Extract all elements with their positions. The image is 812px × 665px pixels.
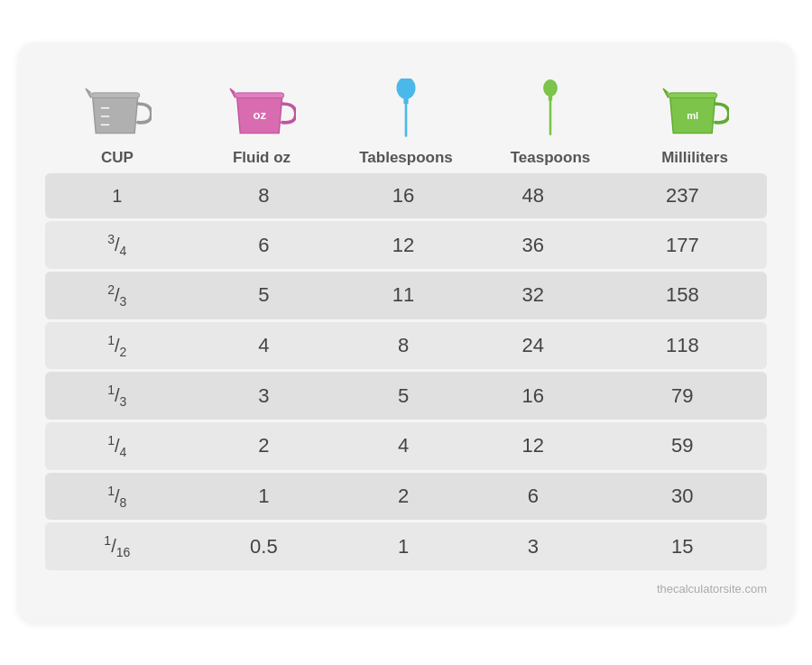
table-row: 1 8 16 48 237 xyxy=(45,173,767,218)
col-header-floz: oz Fluid oz xyxy=(189,60,334,167)
svg-point-6 xyxy=(397,79,416,99)
cell-tbsp: 2 xyxy=(338,473,468,521)
cell-floz: 4 xyxy=(189,322,339,370)
col-header-tsp: Teaspoons xyxy=(478,60,623,167)
tsp-label: Teaspoons xyxy=(511,149,590,167)
cell-ml: 30 xyxy=(598,473,767,521)
tbsp-icon-area xyxy=(389,60,423,142)
cell-ml: 15 xyxy=(598,522,767,570)
cell-ml: 158 xyxy=(598,272,767,319)
svg-rect-12 xyxy=(668,93,716,98)
cell-tbsp: 1 xyxy=(338,522,468,570)
watermark: thecalculatorsite.com xyxy=(45,582,767,596)
conversion-card: CUP oz Fluid oz xyxy=(18,42,794,623)
svg-rect-0 xyxy=(90,93,139,98)
cell-cup: 1 xyxy=(45,173,189,218)
svg-rect-4 xyxy=(235,93,283,98)
cell-ml: 237 xyxy=(598,173,767,218)
conversion-table: 1 8 16 48 237 3/4 6 12 36 177 2/3 5 11 3… xyxy=(45,171,767,573)
cell-tbsp: 4 xyxy=(338,422,468,470)
svg-point-9 xyxy=(543,79,558,97)
svg-rect-8 xyxy=(405,102,408,137)
col-header-cup: CUP xyxy=(45,60,189,167)
cell-tsp: 48 xyxy=(468,173,598,218)
tbsp-label: Tablespoons xyxy=(359,149,453,167)
col-header-ml: ml Milliliters xyxy=(623,60,767,167)
cell-ml: 177 xyxy=(598,221,767,269)
table-row: 1/8 1 2 6 30 xyxy=(45,473,767,521)
cell-floz: 0.5 xyxy=(189,522,339,570)
cell-cup: 1/4 xyxy=(45,422,189,470)
cell-tsp: 3 xyxy=(468,522,598,570)
cell-floz: 6 xyxy=(189,221,339,269)
cell-floz: 3 xyxy=(189,372,339,420)
svg-text:oz: oz xyxy=(253,108,266,122)
table-row: 1/2 4 8 24 118 xyxy=(45,322,767,370)
table-row: 3/4 6 12 36 177 xyxy=(45,221,767,269)
tsp-icon-area xyxy=(536,60,565,142)
cell-cup: 1/3 xyxy=(45,372,189,420)
cell-ml: 59 xyxy=(598,422,767,470)
table-row: 1/16 0.5 1 3 15 xyxy=(45,522,767,570)
cell-tsp: 24 xyxy=(468,322,598,370)
cup-label: CUP xyxy=(101,149,134,167)
floz-label: Fluid oz xyxy=(233,149,291,167)
header-row: CUP oz Fluid oz xyxy=(45,60,767,167)
table-row: 1/3 3 5 16 79 xyxy=(45,372,767,420)
cell-tbsp: 11 xyxy=(338,272,468,319)
cell-tsp: 16 xyxy=(468,372,598,420)
cup-icon-area xyxy=(84,60,152,142)
col-header-tbsp: Tablespoons xyxy=(334,60,478,167)
cell-cup: 3/4 xyxy=(45,221,189,269)
svg-text:ml: ml xyxy=(687,110,698,121)
ml-icon-area: ml xyxy=(661,60,729,142)
table-row: 2/3 5 11 32 158 xyxy=(45,272,767,319)
cell-tbsp: 12 xyxy=(338,221,468,269)
cell-tsp: 32 xyxy=(468,272,598,319)
cell-tsp: 12 xyxy=(468,422,598,470)
floz-icon-area: oz xyxy=(228,60,296,142)
cell-tbsp: 16 xyxy=(338,173,468,218)
ml-label: Milliliters xyxy=(661,149,728,167)
cell-tsp: 36 xyxy=(468,221,598,269)
cell-cup: 1/16 xyxy=(45,522,189,570)
svg-rect-11 xyxy=(549,99,552,135)
table-row: 1/4 2 4 12 59 xyxy=(45,422,767,470)
cell-cup: 1/8 xyxy=(45,473,189,521)
cell-floz: 8 xyxy=(189,173,339,218)
cell-ml: 118 xyxy=(598,322,767,370)
cell-cup: 2/3 xyxy=(45,272,189,319)
cell-ml: 79 xyxy=(598,372,767,420)
cell-floz: 1 xyxy=(189,473,339,521)
cell-tbsp: 5 xyxy=(338,372,468,420)
cell-cup: 1/2 xyxy=(45,322,189,370)
cell-tbsp: 8 xyxy=(338,322,468,370)
cell-tsp: 6 xyxy=(468,473,598,521)
cell-floz: 5 xyxy=(189,272,339,319)
cell-floz: 2 xyxy=(189,422,339,470)
